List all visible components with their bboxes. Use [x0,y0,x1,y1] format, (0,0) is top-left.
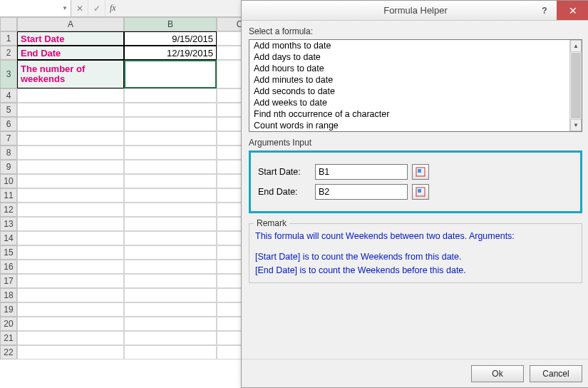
cell-B5[interactable] [124,103,217,117]
cell-B6[interactable] [124,117,217,131]
row-header-8[interactable]: 8 [0,146,17,160]
row-header-6[interactable]: 6 [0,117,17,131]
list-item[interactable]: Count words in range [249,120,582,131]
help-button[interactable]: ? [534,1,555,20]
cell-A4[interactable] [17,88,124,103]
cell-B21[interactable] [124,331,217,345]
row-header-12[interactable]: 12 [0,203,17,217]
cell-B13[interactable] [124,217,217,231]
start-date-ref-button[interactable] [412,164,429,180]
cell-B3[interactable] [124,60,217,88]
cell-A17[interactable] [17,274,124,288]
listbox-scrollbar[interactable]: ▲ ▼ [569,40,582,131]
cell-A11[interactable] [17,188,124,203]
cell-A8[interactable] [17,146,124,160]
select-all-corner[interactable] [0,17,17,31]
cell-B19[interactable] [124,302,217,317]
cell-A3[interactable]: The number of weekends [17,60,124,88]
chevron-down-icon: ▼ [62,5,68,11]
cell-A2[interactable]: End Date [17,46,124,60]
row-header-17[interactable]: 17 [0,274,17,288]
list-item[interactable]: Add days to date [249,51,582,63]
cell-B22[interactable] [124,345,217,359]
cell-A7[interactable] [17,131,124,146]
cell-A22[interactable] [17,345,124,359]
row-header-22[interactable]: 22 [0,345,17,359]
cell-B8[interactable] [124,146,217,160]
cell-A21[interactable] [17,331,124,345]
cell-A15[interactable] [17,245,124,260]
cell-A9[interactable] [17,160,124,174]
scroll-thumb[interactable] [571,53,581,118]
cell-B20[interactable] [124,317,217,331]
cell-B7[interactable] [124,131,217,146]
row-header-21[interactable]: 21 [0,331,17,345]
cell-B14[interactable] [124,231,217,245]
formula-listbox[interactable]: Add months to date Add days to date Add … [249,39,582,132]
cell-B16[interactable] [124,260,217,274]
name-box[interactable]: ▼ [0,0,71,16]
cell-A5[interactable] [17,103,124,117]
cell-B10[interactable] [124,174,217,188]
cell-B4[interactable] [124,88,217,103]
row-header-7[interactable]: 7 [0,131,17,146]
row-header-19[interactable]: 19 [0,302,17,317]
row-header-20[interactable]: 20 [0,317,17,331]
cell-B9[interactable] [124,160,217,174]
row-header-1[interactable]: 1 [0,31,17,46]
cancel-button[interactable]: Cancel [530,365,582,382]
list-item[interactable]: Add months to date [249,40,582,51]
cell-B12[interactable] [124,203,217,217]
row-header-18[interactable]: 18 [0,288,17,302]
remark-line: [End Date] is to count the Weekends befo… [255,264,576,277]
row-header-5[interactable]: 5 [0,103,17,117]
row-header-16[interactable]: 16 [0,260,17,274]
end-date-input[interactable] [315,184,408,200]
cell-A1[interactable]: Start Date [17,31,124,46]
ok-button[interactable]: Ok [471,365,524,382]
cell-A10[interactable] [17,174,124,188]
close-icon: ✕ [569,5,577,16]
accept-formula-button[interactable]: ✓ [88,0,105,16]
cell-A12[interactable] [17,203,124,217]
row-header-3[interactable]: 3 [0,60,17,88]
cell-A19[interactable] [17,302,124,317]
cell-B2[interactable]: 12/19/2015 [124,46,217,60]
cell-A20[interactable] [17,317,124,331]
list-item[interactable]: Add weeks to date [249,97,582,108]
cell-A16[interactable] [17,260,124,274]
list-item-selected[interactable]: Count Weekends between two dates [249,131,582,132]
cell-B18[interactable] [124,288,217,302]
scroll-up-icon[interactable]: ▲ [570,40,582,52]
cell-A14[interactable] [17,231,124,245]
dialog-titlebar[interactable]: Formula Helper ? ✕ [242,1,588,21]
cell-A6[interactable] [17,117,124,131]
row-header-2[interactable]: 2 [0,46,17,60]
list-item[interactable]: Add hours to date [249,63,582,74]
row-header-15[interactable]: 15 [0,245,17,260]
row-header-11[interactable]: 11 [0,188,17,203]
cell-B15[interactable] [124,245,217,260]
cancel-formula-button[interactable]: ✕ [71,0,88,16]
start-date-input[interactable] [315,164,408,180]
row-header-10[interactable]: 10 [0,174,17,188]
close-button[interactable]: ✕ [557,1,588,20]
cell-A13[interactable] [17,217,124,231]
cell-B1[interactable]: 9/15/2015 [124,31,217,46]
row-header-4[interactable]: 4 [0,88,17,103]
end-date-ref-button[interactable] [412,184,429,200]
list-item[interactable]: Add seconds to date [249,86,582,97]
cell-A18[interactable] [17,288,124,302]
row-header-14[interactable]: 14 [0,231,17,245]
col-header-B[interactable]: B [124,17,217,31]
list-item[interactable]: Add minutes to date [249,74,582,86]
arguments-label: Arguments Input [249,138,582,148]
row-header-9[interactable]: 9 [0,160,17,174]
cell-B11[interactable] [124,188,217,203]
row-header-13[interactable]: 13 [0,217,17,231]
cell-B17[interactable] [124,274,217,288]
fx-label[interactable]: fx [105,3,120,14]
col-header-A[interactable]: A [17,17,124,31]
scroll-down-icon[interactable]: ▼ [570,119,582,131]
list-item[interactable]: Find nth occurrence of a character [249,108,582,120]
